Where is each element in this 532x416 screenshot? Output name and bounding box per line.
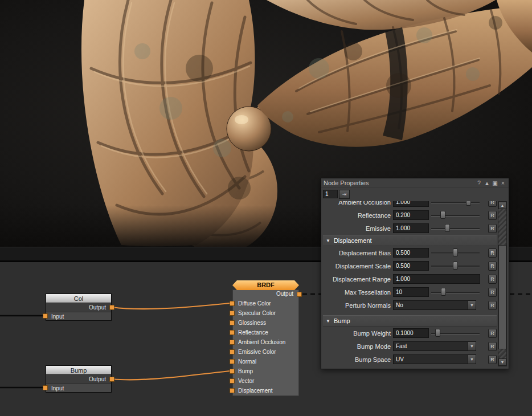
panel-scrollbar[interactable]: ▲ ▼ (498, 201, 507, 366)
panel-titlebar[interactable]: Node Properties ? ▲ ▣ × (321, 178, 509, 188)
node-brdf[interactable]: BRDF Output Diffuse Color Specular Color… (232, 280, 299, 396)
row-reflectance: Reflectance R (323, 209, 497, 222)
slider-handle[interactable] (435, 329, 440, 337)
perturb-normals-reset-button[interactable]: R (488, 301, 497, 310)
chevron-down-icon[interactable]: ▼ (468, 355, 476, 364)
port-col-input[interactable] (43, 313, 48, 319)
bump-mode-reset-button[interactable]: R (488, 342, 497, 351)
slider-handle[interactable] (445, 224, 450, 232)
ambient-occlusion-field[interactable] (393, 201, 429, 207)
port-brdf-displacement[interactable] (230, 388, 235, 393)
port-brdf-normal[interactable] (230, 359, 235, 364)
displacement-bias-reset-button[interactable]: R (488, 248, 497, 258)
ambient-occlusion-reset-button[interactable]: R (488, 201, 497, 207)
section-bump[interactable]: ▼ Bump (323, 315, 497, 327)
popup-icon[interactable]: ▲ (484, 180, 490, 186)
bump-input-label: Input (51, 385, 64, 391)
displacement-bias-slider[interactable] (431, 248, 480, 258)
port-brdf-emissive-color[interactable] (230, 349, 235, 354)
node-brdf-title[interactable]: BRDF (232, 280, 299, 290)
port-brdf-diffuse-color[interactable] (230, 301, 235, 306)
perturb-normals-dropdown[interactable]: No ▼ (393, 300, 476, 310)
chevron-down-icon[interactable]: ▼ (468, 301, 476, 309)
slider-handle[interactable] (441, 288, 446, 296)
port-brdf-ambient-occlusion[interactable] (230, 340, 235, 345)
port-brdf-output[interactable] (297, 292, 302, 297)
port-brdf-bump[interactable] (230, 369, 235, 374)
max-tessellation-slider[interactable] (431, 287, 480, 297)
node-col[interactable]: Col Output Input (46, 293, 112, 321)
col-output-row: Output (46, 303, 111, 312)
displacement-range-reset-button[interactable]: R (488, 275, 497, 284)
section-label: Displacement (334, 237, 372, 244)
index-input[interactable] (323, 190, 338, 198)
app-screen: Col Output Input Bump Output Input (0, 0, 532, 416)
panel-property-list: Ambient Occlusion R Reflectance R (323, 201, 497, 366)
bump-space-dropdown[interactable]: UV ▼ (393, 354, 476, 364)
scrollbar-thumb[interactable] (498, 245, 506, 349)
scrollbar-track[interactable] (498, 209, 506, 358)
row-label: Bump Space (323, 356, 393, 363)
section-displacement[interactable]: ▼ Displacement (323, 235, 497, 246)
emissive-reset-button[interactable]: R (488, 224, 497, 233)
node-bump[interactable]: Bump Output Input (46, 365, 112, 393)
node-bump-title[interactable]: Bump (46, 365, 112, 375)
displacement-range-field[interactable] (393, 274, 480, 284)
slider-handle[interactable] (453, 262, 458, 270)
bump-weight-slider[interactable] (431, 328, 480, 338)
brdf-input-label: Displacement (238, 388, 273, 394)
row-label: Max Tessellation (323, 289, 393, 296)
bump-weight-reset-button[interactable]: R (488, 329, 497, 338)
slider-handle[interactable] (466, 201, 471, 206)
reflectance-field[interactable] (393, 210, 429, 220)
displacement-scale-reset-button[interactable]: R (488, 262, 497, 271)
slider-handle[interactable] (453, 248, 458, 256)
reflectance-reset-button[interactable]: R (488, 211, 497, 220)
displacement-scale-field[interactable] (393, 261, 429, 271)
row-label: Displacement Range (323, 276, 393, 283)
scroll-up-button[interactable]: ▲ (498, 202, 506, 209)
bump-mode-dropdown[interactable]: Fast ▼ (393, 341, 476, 351)
port-bump-output[interactable] (109, 377, 114, 382)
displacement-scale-slider[interactable] (431, 261, 480, 271)
port-brdf-glossiness[interactable] (230, 320, 235, 325)
bump-weight-field[interactable] (393, 328, 429, 338)
col-input-label: Input (51, 313, 64, 320)
brdf-input-row-specular-color: Specular Color (233, 308, 298, 318)
port-brdf-specular-color[interactable] (230, 311, 235, 316)
slider-track (431, 215, 480, 217)
brdf-input-label: Vector (238, 378, 254, 384)
brdf-input-label: Specular Color (238, 310, 276, 316)
emissive-slider[interactable] (431, 223, 480, 233)
brdf-input-label: Bump (238, 368, 253, 374)
max-tessellation-field[interactable] (393, 287, 429, 297)
ambient-occlusion-slider[interactable] (431, 201, 480, 207)
port-bump-input[interactable] (43, 385, 48, 390)
brdf-input-row-ambient-occlusion: Ambient Occlusion (233, 337, 298, 347)
row-label: Bump Weight (323, 330, 393, 337)
node-col-title[interactable]: Col (46, 293, 112, 303)
bump-output-label: Output (89, 376, 106, 382)
row-label: Displacement Bias (323, 250, 393, 256)
displacement-bias-field[interactable] (393, 248, 429, 258)
port-brdf-vector[interactable] (230, 378, 235, 384)
detach-icon[interactable]: ▣ (492, 180, 498, 186)
slider-handle[interactable] (440, 211, 445, 219)
brdf-input-label: Normal (238, 358, 256, 365)
help-icon[interactable]: ? (476, 180, 482, 186)
reflectance-slider[interactable] (431, 210, 480, 220)
row-perturb-normals: Perturb Normals No ▼ R (323, 299, 497, 312)
close-icon[interactable]: × (500, 180, 506, 186)
port-col-output[interactable] (109, 305, 114, 310)
row-displacement-range: Displacement Range R (323, 272, 497, 286)
brdf-input-row-diffuse-color: Diffuse Color (233, 299, 298, 308)
row-label: Perturb Normals (323, 302, 393, 309)
scroll-down-button[interactable]: ▼ (498, 358, 506, 366)
row-emissive: Emissive R (323, 222, 497, 235)
emissive-field[interactable] (393, 223, 429, 233)
index-jump-button[interactable]: ⇥ (339, 190, 350, 199)
chevron-down-icon[interactable]: ▼ (468, 342, 476, 350)
bump-space-reset-button[interactable]: R (488, 355, 497, 364)
port-brdf-reflectance[interactable] (230, 330, 235, 335)
max-tessellation-reset-button[interactable]: R (488, 288, 497, 297)
